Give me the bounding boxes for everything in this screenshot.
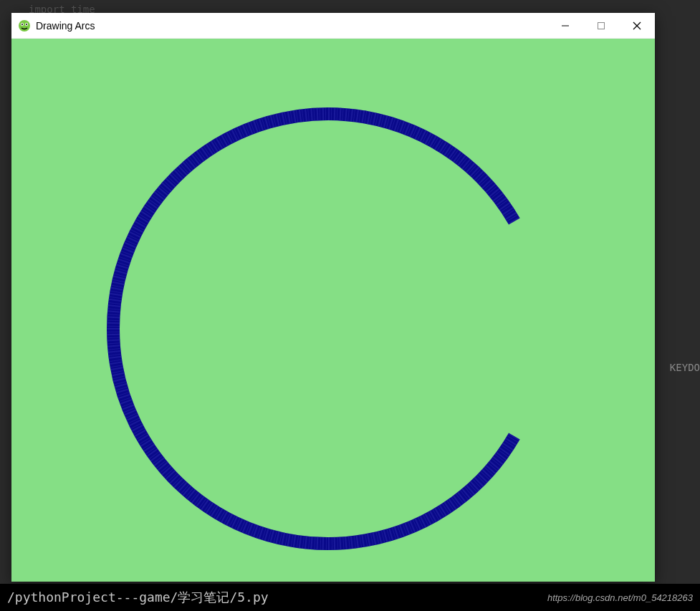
close-icon <box>632 21 642 31</box>
ide-file-path: /pythonProject---game/学习笔记/5.py <box>7 589 269 606</box>
svg-point-2 <box>21 24 23 25</box>
svg-point-0 <box>19 20 30 32</box>
path-prefix: /pythonProject---game/ <box>7 590 178 605</box>
svg-point-4 <box>26 24 27 25</box>
arc-texture <box>113 114 514 544</box>
pygame-snake-icon <box>17 19 32 33</box>
minimize-button[interactable] <box>547 13 583 38</box>
maximize-button[interactable] <box>583 13 619 38</box>
pygame-window: Drawing Arcs <box>11 13 655 582</box>
path-suffix: /5.py <box>229 590 268 605</box>
window-controls <box>547 13 655 38</box>
ide-right-text: KEYDO <box>670 362 700 373</box>
minimize-icon <box>561 21 570 30</box>
maximize-icon <box>597 21 605 30</box>
window-title: Drawing Arcs <box>36 20 547 32</box>
arc-drawing <box>11 39 655 582</box>
path-cn: 学习笔记 <box>178 590 229 605</box>
ide-bottom-bar: /pythonProject---game/学习笔记/5.py https://… <box>0 584 700 611</box>
close-button[interactable] <box>619 13 655 38</box>
window-titlebar[interactable]: Drawing Arcs <box>11 13 655 39</box>
ide-source-url: https://blog.csdn.net/m0_54218263 <box>547 592 693 603</box>
pygame-canvas <box>11 39 655 582</box>
svg-rect-6 <box>598 22 605 29</box>
